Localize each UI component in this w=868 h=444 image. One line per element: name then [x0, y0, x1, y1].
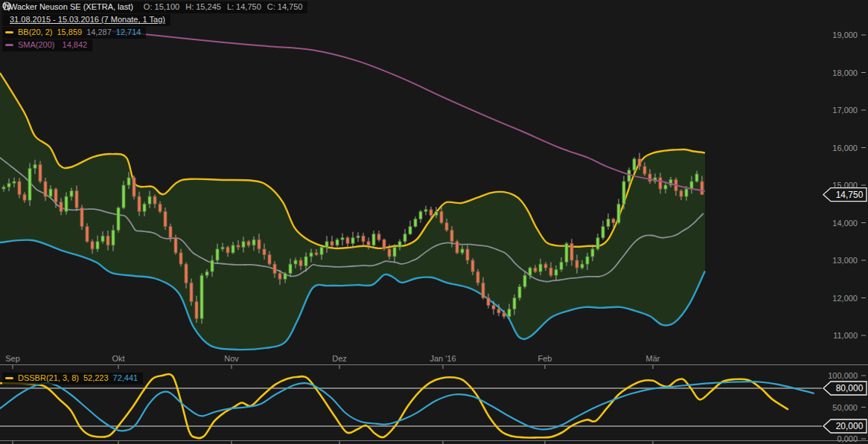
- legend-sma[interactable]: SMA(200) 14,842: [2, 39, 92, 51]
- candle-body: [101, 236, 104, 242]
- osc-tick-label: 100,000: [828, 371, 858, 380]
- sma-legend-name: SMA(200): [18, 40, 55, 50]
- candle-body: [336, 239, 339, 245]
- candle-body: [341, 238, 344, 240]
- candle-body: [294, 260, 297, 264]
- candle-body: [393, 247, 396, 257]
- legend-dssbr[interactable]: DSSBR(21, 3, 8) 52,223 72,441: [2, 373, 143, 385]
- candle-body: [205, 271, 208, 275]
- candle-body: [247, 242, 250, 245]
- candle-body: [153, 196, 156, 204]
- month-label: Feb: [538, 354, 552, 363]
- candle-body: [398, 242, 401, 248]
- sma-value: 14,842: [63, 40, 88, 50]
- candle-body: [7, 184, 10, 187]
- legend-bb[interactable]: BB(20, 2) 15,859 14,287 12,714: [2, 27, 146, 39]
- ohlc-high: H: 15,245: [185, 2, 221, 11]
- candle-body: [351, 238, 354, 244]
- candle-body: [383, 239, 386, 249]
- candle-body: [200, 275, 203, 318]
- ohlc-open: O: 15,100: [144, 2, 179, 11]
- candle-body: [492, 306, 495, 309]
- candle-body: [54, 189, 57, 202]
- candle-body: [643, 167, 646, 174]
- candle-body: [456, 242, 459, 253]
- dssbr-legend-name: DSSBR(21, 3, 8): [18, 373, 79, 383]
- candle-body: [534, 268, 537, 271]
- candle-body: [179, 253, 182, 264]
- month-label: Sep: [5, 354, 20, 363]
- candle-body: [252, 239, 255, 245]
- ohlc-low: L: 14,750: [227, 2, 261, 11]
- price-tick-label: 18,000: [832, 68, 858, 77]
- candle-body: [284, 274, 287, 280]
- price-tick-label: 11,000: [833, 331, 858, 340]
- candle-body: [518, 286, 521, 297]
- candle-body: [185, 264, 188, 283]
- ohlc-close: C: 14,750: [267, 2, 303, 11]
- candle-body: [622, 181, 625, 204]
- candle-body: [18, 181, 21, 195]
- candle-body: [638, 159, 641, 167]
- candle-body: [466, 249, 469, 260]
- candle-body: [502, 313, 505, 317]
- candle-body: [471, 260, 474, 271]
- candle-body: [419, 211, 422, 219]
- candle-body: [403, 234, 406, 242]
- dssbr-k-value: 52,223: [83, 373, 109, 383]
- candle-body: [367, 242, 370, 245]
- chart-header: Wacker Neuson SE (XETRA, last) O: 15,100…: [2, 1, 307, 51]
- dssbr-legend-dash-icon: [5, 377, 13, 379]
- candle-body: [49, 189, 52, 196]
- candle-body: [237, 245, 240, 248]
- candle-body: [70, 191, 73, 197]
- candle-body: [414, 219, 417, 227]
- candle-body: [122, 185, 125, 207]
- candle-body: [117, 207, 120, 230]
- candle-body: [659, 178, 662, 189]
- candle-body: [539, 264, 542, 271]
- bb-upper-value: 15,859: [57, 28, 82, 37]
- candle-body: [461, 249, 464, 253]
- ohlc-readout: O: 15,100H: 15,245L: 14,750C: 14,750: [138, 2, 303, 12]
- candle-body: [143, 204, 146, 211]
- candle-body: [190, 283, 193, 301]
- candle-body: [13, 181, 16, 184]
- candle-body: [685, 189, 688, 196]
- candle-body: [2, 187, 5, 190]
- candle-body: [273, 264, 276, 274]
- candle-body: [680, 191, 683, 197]
- bb-middle-value: 14,287: [86, 28, 112, 37]
- candle-body: [445, 223, 448, 231]
- candle-body: [325, 242, 328, 248]
- candle-body: [127, 178, 130, 185]
- candle-body: [357, 236, 360, 238]
- candle-body: [648, 174, 651, 181]
- instrument-row: Wacker Neuson SE (XETRA, last) O: 15,100…: [2, 1, 307, 13]
- month-label: Nov: [224, 354, 239, 363]
- candle-body: [221, 247, 224, 249]
- candle-body: [430, 210, 433, 216]
- candle-body: [612, 219, 615, 223]
- osc-tick-label: 50,000: [832, 403, 858, 412]
- candle-body: [508, 309, 511, 317]
- price-tick-label: 13,000: [832, 256, 858, 265]
- candle-body: [586, 257, 589, 264]
- candle-body: [435, 211, 438, 215]
- candle-body: [310, 253, 313, 257]
- candle-body: [424, 210, 427, 212]
- candle-body: [596, 238, 599, 249]
- candle-body: [591, 249, 594, 257]
- sma-line: [112, 31, 705, 191]
- candle-body: [39, 164, 42, 181]
- candle-body: [138, 196, 141, 211]
- candle-body: [96, 242, 99, 249]
- candle-body: [601, 227, 604, 238]
- candle-body: [91, 242, 94, 249]
- price-tick-label: 16,000: [832, 144, 858, 152]
- osc-level-tag-label: 20,000: [836, 421, 864, 431]
- month-label: Mär: [646, 354, 660, 363]
- candle-body: [570, 243, 573, 260]
- candle-body: [258, 239, 261, 249]
- candle-body: [513, 298, 516, 309]
